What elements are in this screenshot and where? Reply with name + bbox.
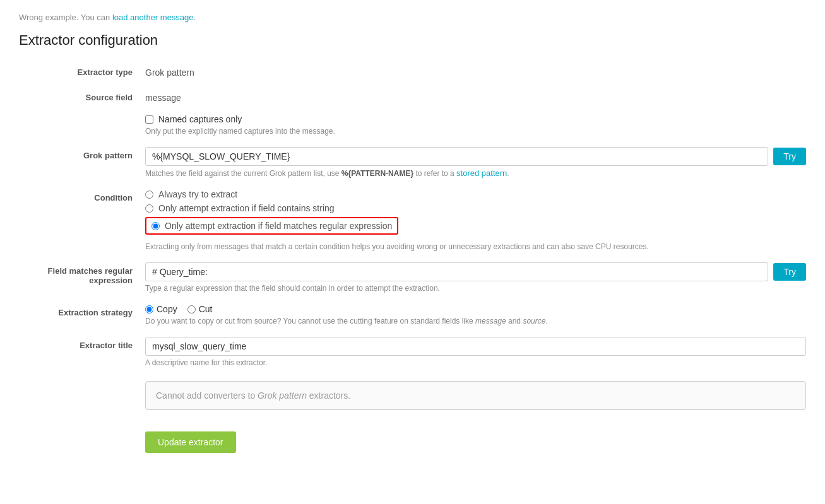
update-extractor-button[interactable]: Update extractor xyxy=(145,431,236,453)
update-extractor-section: Update extractor xyxy=(19,421,806,453)
condition-row: Condition Always try to extract Only att… xyxy=(19,189,806,251)
extractor-type-label: Extractor type xyxy=(19,64,145,77)
grok-pattern-row: Grok pattern Try Matches the field again… xyxy=(19,147,806,178)
condition-help: Extracting only from messages that match… xyxy=(145,242,806,251)
condition-contains-label: Only attempt extraction if field contain… xyxy=(158,203,335,213)
condition-label: Condition xyxy=(19,189,145,202)
strategy-copy-radio[interactable] xyxy=(145,305,153,314)
field-matches-regex-input[interactable] xyxy=(145,262,768,281)
condition-regex-row: Only attempt extraction if field matches… xyxy=(145,217,398,235)
condition-always-radio[interactable] xyxy=(145,190,153,199)
grok-pattern-label: Grok pattern xyxy=(19,147,145,160)
extractor-title-row: Extractor title A descriptive name for t… xyxy=(19,337,806,367)
converters-box: Cannot add converters to Grok pattern ex… xyxy=(145,381,806,410)
page-title: Extractor configuration xyxy=(19,32,806,49)
extraction-strategy-help: Do you want to copy or cut from source? … xyxy=(145,317,806,325)
load-another-link[interactable]: load another message xyxy=(112,13,194,22)
top-hint: Wrong example. You can load another mess… xyxy=(19,13,806,22)
condition-always-row: Always try to extract xyxy=(145,189,806,199)
extractor-type-value: Grok pattern xyxy=(145,64,806,78)
source-field-value: message xyxy=(145,89,806,103)
extraction-strategy-label: Extraction strategy xyxy=(19,304,145,317)
field-matches-regex-label: Field matches regular expression xyxy=(19,262,145,285)
strategy-cut-radio[interactable] xyxy=(187,305,196,314)
named-captures-label xyxy=(19,114,145,118)
strategy-cut-label: Cut xyxy=(199,304,213,314)
source-field-row: Source field message xyxy=(19,89,806,103)
extractor-title-label: Extractor title xyxy=(19,337,145,350)
grok-pattern-input[interactable] xyxy=(145,147,768,166)
field-matches-regex-try-button[interactable]: Try xyxy=(773,263,806,281)
field-matches-regex-row: Field matches regular expression Try Typ… xyxy=(19,262,806,293)
named-captures-row: Named captures only Only put the explici… xyxy=(19,114,806,136)
strategy-copy-label: Copy xyxy=(157,304,177,314)
source-field-label: Source field xyxy=(19,89,145,102)
field-matches-regex-help: Type a regular expression that the field… xyxy=(145,284,806,293)
condition-contains-radio[interactable] xyxy=(145,204,153,213)
extraction-strategy-row: Extraction strategy Copy Cut Do you want… xyxy=(19,304,806,325)
grok-pattern-try-button[interactable]: Try xyxy=(773,148,806,165)
condition-regex-radio[interactable] xyxy=(151,222,160,230)
converters-row: Cannot add converters to Grok pattern ex… xyxy=(19,378,806,410)
extractor-type-row: Extractor type Grok pattern xyxy=(19,64,806,78)
converters-label xyxy=(19,378,145,382)
extractor-title-help: A descriptive name for this extractor. xyxy=(145,358,806,367)
strategy-copy-item: Copy xyxy=(145,304,177,314)
stored-pattern-link[interactable]: stored pattern xyxy=(456,168,507,178)
update-spacer xyxy=(19,421,145,425)
named-captures-help: Only put the explicitly named captures i… xyxy=(145,127,806,136)
strategy-cut-item: Cut xyxy=(187,304,213,314)
grok-pattern-help: Matches the field against the current Gr… xyxy=(145,168,806,178)
condition-always-label: Always try to extract xyxy=(158,189,237,199)
condition-contains-row: Only attempt extraction if field contain… xyxy=(145,203,806,213)
extractor-title-input[interactable] xyxy=(145,337,806,356)
named-captures-text: Named captures only xyxy=(158,114,242,124)
condition-regex-label: Only attempt extraction if field matches… xyxy=(165,221,392,231)
named-captures-checkbox[interactable] xyxy=(145,115,153,124)
